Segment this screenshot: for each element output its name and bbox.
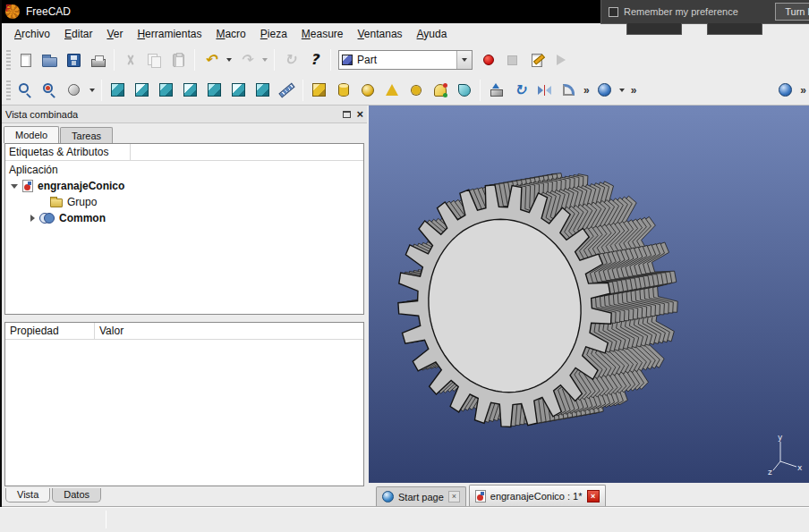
tree-item-grupo[interactable]: Grupo <box>5 194 363 210</box>
draw-style-button[interactable] <box>62 78 86 103</box>
cut-button[interactable] <box>118 47 142 72</box>
fit-selection-button[interactable] <box>38 78 62 103</box>
tree-item-document[interactable]: engranajeConico <box>5 178 363 194</box>
dialog-button-fragment[interactable] <box>626 23 682 35</box>
tab-modelo[interactable]: Modelo <box>4 126 59 143</box>
3d-viewport[interactable]: y x z <box>369 106 809 483</box>
macro-play-button[interactable] <box>549 47 573 72</box>
toolbar-separator <box>330 49 331 71</box>
tab-start-page[interactable]: Start page × <box>376 486 466 506</box>
paste-button[interactable] <box>166 47 191 72</box>
draw-style-dropdown-button[interactable] <box>86 78 98 103</box>
folder-icon <box>50 198 63 207</box>
dock-splitter[interactable] <box>2 315 367 322</box>
part-mirror-button[interactable] <box>532 78 557 103</box>
check-geometry-button[interactable] <box>773 78 797 103</box>
undo-dropdown-button[interactable] <box>223 47 234 72</box>
open-folder-icon <box>42 57 57 67</box>
chevron-down-icon <box>619 89 625 92</box>
boolean-dropdown-button[interactable] <box>617 78 628 103</box>
undo-button[interactable]: ↶ <box>199 47 223 72</box>
part-cone-button[interactable] <box>379 78 404 103</box>
view-right-button[interactable] <box>178 78 202 103</box>
measure-button[interactable] <box>275 78 299 103</box>
fit-all-button[interactable] <box>13 78 38 103</box>
left-view-cube-icon <box>256 83 269 97</box>
print-button[interactable] <box>86 47 110 72</box>
workbench-dropdown-button[interactable] <box>456 51 472 69</box>
macro-edit-button[interactable] <box>524 47 549 72</box>
view-top-button[interactable] <box>154 78 178 103</box>
save-button[interactable] <box>62 47 86 72</box>
toolbar-overflow-button[interactable]: » <box>797 84 809 97</box>
turn-limit-button[interactable]: Turn limi <box>775 3 809 21</box>
part-box-button[interactable] <box>307 78 331 103</box>
workbench-selected-label: Part <box>357 54 377 66</box>
part-revolve-button[interactable]: ↻ <box>508 78 532 103</box>
part-fillet-button[interactable] <box>557 78 581 103</box>
view-left-button[interactable] <box>251 78 275 103</box>
chevron-down-icon <box>89 89 95 92</box>
collapse-arrow-icon[interactable] <box>11 184 18 189</box>
view-bottom-button[interactable] <box>226 78 251 103</box>
redo-button[interactable]: ↷ <box>234 47 259 72</box>
toolbar-overflow-button[interactable]: » <box>628 84 640 97</box>
view-rear-button[interactable] <box>202 78 226 103</box>
menu-editar[interactable]: Editar <box>57 25 99 43</box>
tree-root-aplicacion[interactable]: Aplicación <box>5 161 363 178</box>
dock-titlebar[interactable]: Vista combinada × <box>2 106 367 123</box>
toolbar-grip[interactable] <box>6 50 11 70</box>
part-boolean-button[interactable] <box>592 78 617 103</box>
part-primitives-button[interactable] <box>428 78 452 103</box>
rear-view-cube-icon <box>208 83 221 97</box>
dock-close-icon[interactable]: × <box>356 108 363 120</box>
tab-tareas[interactable]: Tareas <box>60 127 113 143</box>
extrude-icon <box>490 83 503 97</box>
menu-pieza[interactable]: Pieza <box>253 25 294 43</box>
document-tab-bar: Start page × engranajeConico : 1* × <box>369 483 809 506</box>
dock-float-icon[interactable] <box>343 111 351 118</box>
part-sphere-button[interactable] <box>355 78 379 103</box>
tab-datos[interactable]: Datos <box>52 488 101 502</box>
open-document-button[interactable] <box>38 47 62 72</box>
view-axonometric-button[interactable] <box>106 78 130 103</box>
workbench-selector[interactable]: Part <box>338 50 473 70</box>
tree-item-common[interactable]: Common <box>5 210 363 226</box>
close-tab-icon[interactable]: × <box>587 490 600 502</box>
part-extrude-button[interactable] <box>484 78 508 103</box>
property-column-header: Propiedad <box>5 323 95 340</box>
copy-icon <box>148 54 161 67</box>
cylinder-primitive-icon <box>338 83 349 97</box>
toolbar-grip[interactable] <box>6 80 11 100</box>
new-document-button[interactable] <box>13 47 38 72</box>
part-torus-button[interactable] <box>404 78 428 103</box>
macro-stop-button[interactable] <box>500 47 524 72</box>
refresh-button[interactable]: ↻ <box>278 47 302 72</box>
menu-ver[interactable]: Ver <box>99 25 130 43</box>
copy-button[interactable] <box>142 47 166 72</box>
close-tab-icon[interactable]: × <box>448 491 460 502</box>
gear-3d-model[interactable] <box>369 106 809 483</box>
menu-herramientas[interactable]: Herramientas <box>130 25 209 43</box>
remember-preference-checkbox[interactable] <box>609 7 618 17</box>
freecad-window: F FreeCAD Remember my preference Turn li… <box>0 0 809 532</box>
dialog-button-fragment[interactable] <box>707 23 762 35</box>
whats-this-button[interactable]: ? <box>302 47 327 72</box>
menu-macro[interactable]: Macro <box>209 25 252 43</box>
macro-record-button[interactable] <box>476 47 500 72</box>
tab-label: Start page <box>398 492 444 502</box>
redo-dropdown-button[interactable] <box>259 47 270 72</box>
tab-engranaje-conico[interactable]: engranajeConico : 1* × <box>469 485 606 506</box>
menu-ayuda[interactable]: Ayuda <box>410 25 455 43</box>
menu-ventanas[interactable]: Ventanas <box>351 25 410 43</box>
window-title: FreeCAD <box>26 5 71 18</box>
menu-measure[interactable]: Measure <box>294 25 351 43</box>
expand-arrow-icon[interactable] <box>30 215 35 222</box>
toolbar-overflow-button[interactable]: » <box>581 84 592 97</box>
menu-archivo[interactable]: Archivo <box>7 25 57 43</box>
dock-tab-bar: Modelo Tareas <box>2 123 367 143</box>
view-front-button[interactable] <box>130 78 154 103</box>
shape-builder-button[interactable] <box>452 78 476 103</box>
tab-vista[interactable]: Vista <box>5 488 50 502</box>
part-cylinder-button[interactable] <box>331 78 355 103</box>
